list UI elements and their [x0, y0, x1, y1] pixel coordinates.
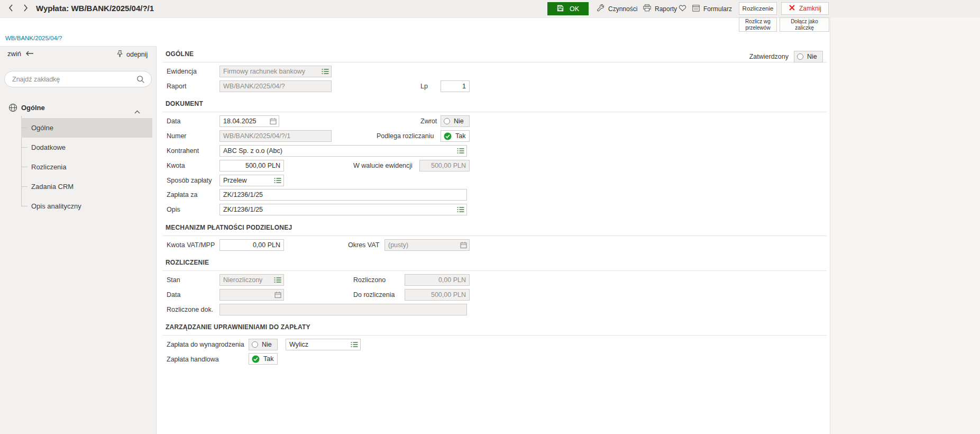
czynnosci-button-label: Czynności: [608, 5, 637, 13]
okres-vat-label: Okres VAT: [348, 241, 379, 249]
calendar-icon[interactable]: [460, 242, 467, 249]
rozliczono-label: Rozliczono: [353, 276, 386, 284]
lookup-list-icon[interactable]: [457, 148, 464, 154]
right-background-panel: [830, 17, 980, 434]
zamknij-button[interactable]: Zamknij: [781, 2, 829, 15]
sidebar-unpin-button[interactable]: odepnij: [116, 50, 148, 59]
kwota-field[interactable]: 500,00 PLN: [219, 160, 284, 171]
ewidencja-field[interactable]: Firmowy rachunek bankowy: [219, 66, 332, 77]
podlega-rozliczaniu-label: Podlega rozliczaniu: [377, 132, 434, 140]
sidebar-item-zadania-crm[interactable]: Zadania CRM: [0, 177, 157, 196]
lp-value: 1: [462, 83, 466, 90]
zaplata-handlowa-toggle[interactable]: Tak: [249, 353, 278, 365]
podlega-rozliczaniu-value: Tak: [455, 132, 465, 140]
sidebar-collapse-button[interactable]: zwiń: [7, 50, 34, 58]
arrow-left-icon: [25, 50, 34, 58]
sidebar-item-opis-analityczny[interactable]: Opis analityczny: [0, 196, 157, 216]
section-divider: [162, 236, 827, 236]
lp-field[interactable]: 1: [441, 80, 470, 92]
rozliczono-field[interactable]: 0,00 PLN: [405, 274, 470, 286]
okres-vat-field[interactable]: (pusty): [384, 239, 470, 251]
ok-button-label: OK: [570, 5, 579, 13]
formularz-button-label: Formularz: [703, 5, 732, 13]
zaplata-za-field[interactable]: ZK/1236/1/25: [219, 189, 467, 201]
numer-field[interactable]: WB/BANK/2025/04/?/1: [219, 130, 332, 142]
wylicz-select[interactable]: Wylicz: [286, 339, 361, 350]
section-title-dokument: DOKUMENT: [166, 100, 203, 107]
radio-off-icon: [797, 53, 803, 60]
zamknij-button-label: Zamknij: [799, 5, 821, 12]
zatwierdzony-label: Zatwierdzony: [738, 53, 789, 60]
lp-label: Lp: [420, 83, 428, 90]
opis-field[interactable]: ZK/1236/1/25: [219, 204, 467, 215]
radio-off-icon: [444, 118, 450, 124]
sidebar-item-rozliczenia[interactable]: Rozliczenia: [0, 157, 157, 177]
rozlicz-wg-przelewow-label: Rozlicz wg przelewów: [740, 19, 775, 31]
sposob-zaplaty-field[interactable]: Przelew: [219, 175, 284, 186]
calendar-icon[interactable]: [270, 118, 277, 125]
zaplata-wynagrodzenia-toggle[interactable]: Nie: [249, 339, 278, 350]
zaplata-handlowa-value: Tak: [263, 355, 273, 363]
rozliczono-value: 0,00 PLN: [438, 276, 466, 284]
sidebar-item-dodatkowe[interactable]: Dodatkowe: [0, 138, 157, 157]
sidebar-item-label: Opis analityczny: [31, 196, 81, 216]
sidebar-unpin-label: odepnij: [126, 51, 148, 58]
lookup-list-icon[interactable]: [274, 277, 281, 283]
kontrahent-field[interactable]: ABC Sp. z o.o (Abc): [219, 145, 467, 157]
radio-off-icon: [252, 341, 258, 348]
raport-field[interactable]: WB/BANK/2025/04/?: [219, 80, 332, 92]
kwota-value: 500,00 PLN: [245, 162, 280, 169]
kontrahent-label: Kontrahent: [167, 147, 199, 155]
favorites-button[interactable]: [675, 2, 689, 15]
podlega-rozliczaniu-toggle[interactable]: Tak: [441, 130, 470, 142]
calendar-icon[interactable]: [274, 292, 281, 299]
nav-forward-button[interactable]: [19, 3, 32, 14]
rozliczone-dok-field[interactable]: [219, 304, 467, 315]
data-field[interactable]: 18.04.2025: [219, 115, 279, 127]
do-rozliczenia-value: 500,00 PLN: [431, 291, 466, 299]
ok-button[interactable]: OK: [547, 2, 589, 15]
wrench-icon: [597, 4, 605, 14]
lookup-list-icon[interactable]: [322, 69, 329, 75]
do-rozliczenia-field[interactable]: 500,00 PLN: [405, 289, 470, 301]
zwrot-toggle[interactable]: Nie: [441, 115, 470, 127]
kwota-vat-field[interactable]: 0,00 PLN: [219, 239, 284, 251]
rozliczenie-data-field[interactable]: [219, 289, 284, 301]
chevron-up-icon[interactable]: [134, 106, 140, 116]
w-walucie-field[interactable]: 500,00 PLN: [419, 160, 470, 171]
sidebar-collapse-label: zwiń: [7, 50, 21, 58]
tree-group-ogolne[interactable]: Ogólne: [0, 101, 157, 116]
search-icon: [136, 75, 145, 86]
rozliczenie-button[interactable]: Rozliczenie: [739, 2, 777, 15]
dolacz-jako-zaliczke-button[interactable]: Dołącz jako zaliczkę: [780, 17, 829, 32]
ewidencja-label: Ewidencja: [167, 68, 197, 75]
rozlicz-wg-przelewow-button[interactable]: Rozlicz wg przelewów: [739, 17, 777, 32]
section-divider: [162, 112, 827, 112]
numer-label: Numer: [167, 132, 187, 140]
stan-field[interactable]: Nierozliczony: [219, 274, 284, 286]
rozliczenie-data-label: Data: [167, 291, 180, 299]
section-title-mpp: MECHANIZM PŁATNOŚCI PODZIELONEJ: [166, 224, 292, 231]
nav-back-button[interactable]: [4, 3, 17, 14]
opis-value: ZK/1236/1/25: [223, 206, 263, 213]
close-icon: [789, 4, 795, 13]
czynnosci-button[interactable]: Czynności: [593, 2, 640, 15]
lookup-list-icon[interactable]: [351, 342, 358, 348]
lookup-list-icon[interactable]: [274, 178, 281, 184]
search-input[interactable]: [4, 71, 152, 87]
zaplata-wynagrodzenia-value: Nie: [262, 341, 272, 348]
breadcrumb[interactable]: WB/BANK/2025/04/?: [5, 35, 62, 41]
lookup-list-icon[interactable]: [457, 207, 464, 213]
sposob-zaplaty-label: Sposób zapłaty: [167, 177, 212, 184]
zwrot-label: Zwrot: [420, 117, 437, 125]
kontrahent-value: ABC Sp. z o.o (Abc): [223, 147, 282, 155]
sidebar: zwiń odepnij Ogólne Ogólne Dodatkowe Roz…: [0, 46, 157, 434]
ewidencja-value: Firmowy rachunek bankowy: [223, 68, 305, 75]
zaplata-wynagrodzenia-label: Zapłata do wynagrodzenia: [167, 341, 244, 348]
tree-tick: [21, 128, 28, 128]
raporty-button[interactable]: Raporty: [640, 2, 680, 15]
formularz-button[interactable]: Formularz: [689, 2, 735, 15]
sidebar-item-ogolne[interactable]: Ogólne: [0, 118, 157, 138]
zatwierdzony-toggle[interactable]: Nie: [794, 51, 823, 62]
chevron-right-icon: [23, 4, 28, 13]
